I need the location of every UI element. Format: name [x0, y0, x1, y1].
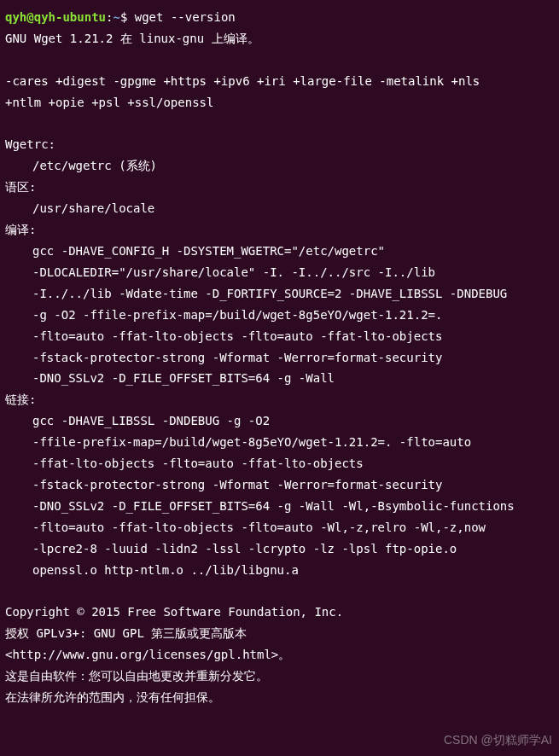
terminal[interactable]: qyh@qyh-ubuntu:~$ wget --version GNU Wge…: [5, 7, 556, 708]
blank-line: [5, 49, 556, 71]
prompt-user-host: qyh@qyh-ubuntu: [5, 10, 106, 24]
output-link-2: -ffile-prefix-map=/build/wget-8g5eYO/wge…: [5, 432, 556, 453]
output-license: 授权 GPLv3+: GNU GPL 第三版或更高版本: [5, 623, 556, 644]
output-wgetrc-path: /etc/wgetrc (系统): [5, 155, 556, 177]
output-copyright: Copyright © 2015 Free Software Foundatio…: [5, 602, 556, 623]
blank-line: [5, 580, 556, 602]
output-free-2: 在法律所允许的范围内，没有任何担保。: [5, 687, 556, 708]
output-compile-1: gcc -DHAVE_CONFIG_H -DSYSTEM_WGETRC="/et…: [5, 241, 556, 262]
output-link-8: openssl.o http-ntlm.o ../lib/libgnu.a: [5, 560, 556, 581]
output-features-2: +ntlm +opie +psl +ssl/openssl: [5, 92, 556, 113]
output-wgetrc-header: Wgetrc:: [5, 134, 556, 155]
prompt-path: ~: [113, 10, 119, 24]
prompt-line: qyh@qyh-ubuntu:~$ wget --version: [5, 7, 556, 28]
output-locale-path: /usr/share/locale: [5, 198, 556, 219]
output-license-url: <http://www.gnu.org/licenses/gpl.html>。: [5, 644, 556, 666]
output-compile-4: -g -O2 -ffile-prefix-map=/build/wget-8g5…: [5, 305, 556, 326]
output-link-header: 链接:: [5, 389, 556, 410]
command-text: wget --version: [135, 10, 236, 24]
output-compile-5: -flto=auto -ffat-lto-objects -flto=auto …: [5, 326, 556, 347]
output-link-6: -flto=auto -ffat-lto-objects -flto=auto …: [5, 517, 556, 538]
output-compile-7: -DNO_SSLv2 -D_FILE_OFFSET_BITS=64 -g -Wa…: [5, 368, 556, 389]
output-link-4: -fstack-protector-strong -Wformat -Werro…: [5, 474, 556, 496]
output-compile-3: -I../../lib -Wdate-time -D_FORTIFY_SOURC…: [5, 283, 556, 305]
output-compile-header: 编译:: [5, 219, 556, 241]
output-link-7: -lpcre2-8 -luuid -lidn2 -lssl -lcrypto -…: [5, 538, 556, 560]
output-version: GNU Wget 1.21.2 在 linux-gnu 上编译。: [5, 28, 556, 49]
blank-line: [5, 113, 556, 135]
output-features-1: -cares +digest -gpgme +https +ipv6 +iri …: [5, 71, 556, 92]
prompt-dollar: $: [120, 10, 135, 24]
watermark: CSDN @切糕师学AI: [444, 730, 552, 751]
output-link-1: gcc -DHAVE_LIBSSL -DNDEBUG -g -O2: [5, 410, 556, 432]
output-link-5: -DNO_SSLv2 -D_FILE_OFFSET_BITS=64 -g -Wa…: [5, 496, 556, 517]
output-compile-2: -DLOCALEDIR="/usr/share/locale" -I. -I..…: [5, 262, 556, 283]
output-free-1: 这是自由软件：您可以自由地更改并重新分发它。: [5, 666, 556, 687]
output-locale-header: 语区:: [5, 177, 556, 198]
output-compile-6: -fstack-protector-strong -Wformat -Werro…: [5, 347, 556, 369]
output-link-3: -ffat-lto-objects -flto=auto -ffat-lto-o…: [5, 453, 556, 474]
